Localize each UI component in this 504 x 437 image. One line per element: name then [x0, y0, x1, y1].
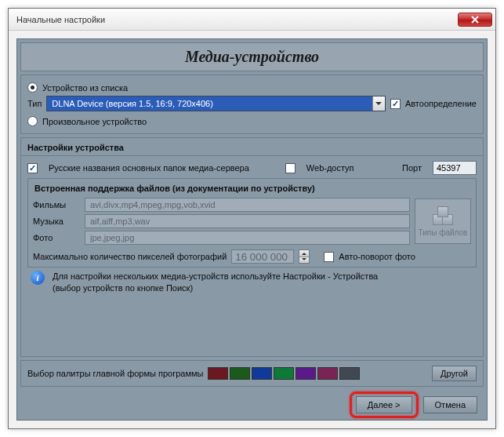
info-line1: Для настройки нескольких медиа-устройств…	[53, 271, 378, 281]
close-button[interactable]	[458, 13, 492, 27]
palette-label: Выбор палитры главной формы программы	[27, 369, 203, 378]
autorotate-label: Авто-поворот фото	[339, 252, 415, 261]
movies-label: Фильмы	[33, 200, 80, 209]
photo-label: Фото	[33, 233, 80, 242]
client-area: Медиа-устройство Устройство из списка Ти…	[9, 31, 495, 428]
divider	[21, 155, 483, 156]
window-title: Начальные настройки	[16, 15, 458, 24]
dialog-window: Начальные настройки Медиа-устройство Уст…	[8, 8, 496, 429]
web-access-checkbox[interactable]	[285, 163, 296, 173]
device-type-select[interactable]: DLNA Device (версия 1.5, 16:9, 720x406)	[46, 96, 386, 111]
movies-input[interactable]	[85, 198, 410, 212]
close-icon	[471, 16, 479, 24]
info-text: Для настройки нескольких медиа-устройств…	[53, 271, 378, 294]
port-input[interactable]	[433, 161, 477, 175]
palette-swatch-6[interactable]	[339, 367, 360, 380]
russian-folders-label: Русские названия основных папок медиа-се…	[49, 163, 249, 173]
palette-swatch-5[interactable]	[317, 367, 338, 380]
palette-group: Выбор палитры главной формы программы Др…	[20, 360, 484, 387]
radio-custom-device[interactable]	[27, 116, 38, 126]
device-type-value: DLNA Device (версия 1.5, 16:9, 720x406)	[47, 97, 372, 111]
maxpix-spinner[interactable]	[299, 249, 310, 264]
dialog-footer: Далее > Отмена	[20, 390, 484, 417]
settings-title: Настройки устройства	[27, 143, 477, 152]
device-settings-group: Настройки устройства Русские названия ос…	[20, 137, 484, 357]
music-input[interactable]	[85, 214, 410, 228]
next-button[interactable]: Далее >	[356, 396, 412, 413]
file-types-button[interactable]: Типы файлов	[415, 198, 471, 244]
web-access-label: Web-доступ	[306, 163, 354, 173]
titlebar: Начальные настройки	[9, 9, 495, 31]
radio-device-from-list-label: Устройство из списка	[42, 83, 128, 93]
file-support-box: Встроенная поддержка файлов (из документ…	[27, 178, 477, 268]
palette-swatches	[208, 367, 360, 380]
autorotate-checkbox[interactable]	[324, 252, 334, 262]
port-label: Порт	[402, 163, 422, 173]
info-line2: (выбор устройств по кнопке Поиск)	[53, 283, 193, 293]
info-icon: i	[31, 271, 45, 285]
file-types-button-label: Типы файлов	[419, 228, 468, 237]
chevron-down-icon	[372, 97, 385, 111]
maxpix-label: Максимально количество пикселей фотограф…	[33, 252, 227, 261]
palette-swatch-3[interactable]	[274, 367, 294, 380]
radio-custom-device-label: Произвольное устройство	[42, 117, 147, 126]
main-panel: Медиа-устройство Устройство из списка Ти…	[16, 38, 488, 421]
radio-device-from-list[interactable]	[27, 82, 38, 93]
device-select-group: Устройство из списка Тип DLNA Device (ве…	[20, 75, 484, 134]
page-title: Медиа-устройство	[20, 42, 484, 71]
other-color-button[interactable]: Другой	[432, 366, 477, 381]
autodetect-checkbox[interactable]	[390, 99, 401, 109]
file-support-title: Встроенная поддержка файлов (из документ…	[34, 184, 471, 193]
cubes-icon	[431, 206, 455, 227]
palette-swatch-4[interactable]	[296, 367, 316, 380]
cancel-button[interactable]: Отмена	[423, 396, 477, 413]
russian-folders-checkbox[interactable]	[27, 163, 38, 173]
photo-input[interactable]	[85, 231, 410, 245]
palette-swatch-0[interactable]	[208, 367, 228, 380]
type-label: Тип	[27, 99, 42, 108]
palette-swatch-2[interactable]	[252, 367, 272, 380]
autodetect-label: Автоопределение	[405, 99, 477, 108]
info-row: i Для настройки нескольких медиа-устройс…	[27, 268, 477, 296]
maxpix-input[interactable]	[231, 249, 294, 264]
music-label: Музыка	[33, 217, 80, 226]
palette-swatch-1[interactable]	[230, 367, 250, 380]
